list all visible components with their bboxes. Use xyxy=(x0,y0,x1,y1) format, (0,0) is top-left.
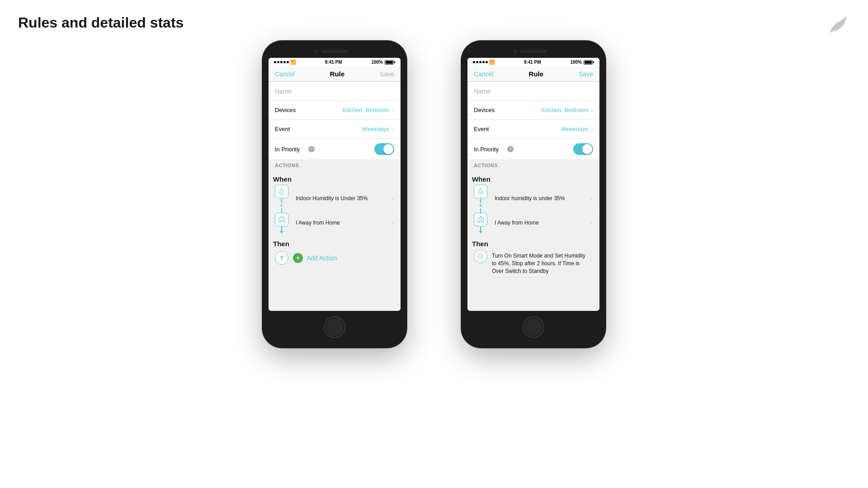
priority-help-2: ? xyxy=(507,146,514,152)
v-line-2c xyxy=(480,226,481,231)
phone-1-screen: 📶 9:41 PM 100% Cancel Rule Save xyxy=(269,58,401,311)
home-button-2[interactable] xyxy=(523,316,544,338)
condition-away-1: I Away from Home › xyxy=(273,213,396,234)
nav-bar-2: Cancel Rule Save xyxy=(467,66,599,82)
humidity-icon-1 xyxy=(275,185,288,198)
signal xyxy=(274,61,289,63)
humidity-chevron-1: › xyxy=(392,196,393,202)
event-chevron-1: › xyxy=(392,126,394,133)
event-row-1[interactable]: Event Weekdays › xyxy=(269,120,401,139)
cancel-button-1[interactable]: Cancel xyxy=(275,70,295,78)
wifi-icon-2: 📶 xyxy=(489,60,495,65)
toggle-knob-2 xyxy=(582,144,592,154)
condition-humidity-2: + Indoor humidity is under 35% › xyxy=(472,185,595,213)
priority-toggle-2[interactable] xyxy=(573,143,593,155)
status-time-2: 9:41 PM xyxy=(524,60,541,65)
name-placeholder-1: Name xyxy=(275,88,292,95)
humidity-condition-text-1: Indoor Humidity is Under 35% xyxy=(293,193,392,204)
camera-dot xyxy=(315,50,318,53)
priority-label-2: In Priority xyxy=(474,146,505,153)
devices-value-1: Kitchen, Bedroom xyxy=(307,107,389,113)
svg-point-1 xyxy=(281,193,282,194)
camera-dot-2 xyxy=(514,50,517,53)
phone-2-screen: 📶 9:41 PM 100% Cancel Rule Save xyxy=(467,58,599,311)
status-right-1: 100% xyxy=(371,60,395,65)
phone-2-bottom xyxy=(467,311,599,342)
wifi-icon: 📶 xyxy=(290,60,296,65)
phone-1-top-bar xyxy=(269,47,401,56)
away-chevron-1: › xyxy=(392,220,393,226)
add-action-area-1[interactable]: + Add Action xyxy=(290,249,340,267)
when-title-2: When xyxy=(472,173,595,185)
signal-2 xyxy=(473,61,488,63)
devices-label-1: Devices xyxy=(275,107,307,113)
then-action-text-2: Turn On Smart Mode and Set Humidity to 4… xyxy=(492,252,590,275)
devices-row-1[interactable]: Devices Kitchen, Bedroom › xyxy=(269,101,401,120)
save-button-1[interactable]: Save xyxy=(380,70,394,78)
home-button-1[interactable] xyxy=(324,316,345,338)
battery-pct-1: 100% xyxy=(371,60,383,65)
status-bar-1: 📶 9:41 PM 100% xyxy=(269,58,401,66)
house-icon-2 xyxy=(474,213,487,226)
away-chevron-2: › xyxy=(590,220,592,226)
cancel-button-2[interactable]: Cancel xyxy=(474,70,494,78)
devices-label-2: Devices xyxy=(474,107,505,113)
form-2: Name Devices Kitchen, Bedroom › Event We… xyxy=(467,82,599,160)
question-icon-col-1: ? xyxy=(273,251,290,265)
away-row-2[interactable]: I Away from Home › xyxy=(489,213,595,234)
svg-point-6 xyxy=(478,254,483,259)
svg-point-4 xyxy=(480,193,481,194)
nav-title-2: Rule xyxy=(529,70,544,78)
v-arrow-1 xyxy=(280,231,283,234)
priority-toggle-1[interactable] xyxy=(374,143,394,155)
v-line-2 xyxy=(281,208,282,213)
event-label-2: Event xyxy=(474,126,505,132)
event-chevron-2: › xyxy=(591,126,593,133)
actions-area-1: When xyxy=(269,171,401,268)
question-icon-1: ? xyxy=(275,251,288,265)
name-row-1[interactable]: Name xyxy=(269,82,401,101)
then-title-1: Then xyxy=(273,237,396,249)
house-icon-col-1 xyxy=(273,213,290,234)
nav-title-1: Rule xyxy=(330,70,345,78)
humidity-icon-col-1: + xyxy=(273,185,290,213)
speaker xyxy=(321,50,348,53)
then-title-2: Then xyxy=(472,237,595,249)
devices-row-2[interactable]: Devices Kitchen, Bedroom › xyxy=(467,101,599,120)
then-row-1: ? + Add Action xyxy=(273,249,396,267)
svg-point-2 xyxy=(282,192,283,192)
then-action-row-2: Turn On Smart Mode and Set Humidity to 4… xyxy=(472,249,595,278)
event-row-2[interactable]: Event Weekdays › xyxy=(467,120,599,139)
event-value-2: Weekdays xyxy=(505,126,588,132)
priority-row-1[interactable]: In Priority ? xyxy=(269,139,401,160)
battery-pct-2: 100% xyxy=(570,60,582,65)
speaker-2 xyxy=(520,50,547,53)
away-row-1[interactable]: I Away from Home › xyxy=(290,213,396,234)
add-action-btn-1[interactable]: + xyxy=(293,253,303,263)
battery-icon-2 xyxy=(584,60,594,65)
save-button-2[interactable]: Save xyxy=(579,70,593,78)
status-right-2: 100% xyxy=(570,60,594,65)
add-action-text-1[interactable]: Add Action xyxy=(307,254,337,262)
phone-2-top-bar xyxy=(467,47,599,56)
away-text-1: I Away from Home xyxy=(293,218,392,229)
form-1: Name Devices Kitchen, Bedroom › Event We… xyxy=(269,82,401,160)
phones-container: 📶 9:41 PM 100% Cancel Rule Save xyxy=(0,41,868,348)
humidity-text-2[interactable]: Indoor humidity is under 35% › xyxy=(489,185,595,213)
devices-value-2: Kitchen, Bedroom xyxy=(505,107,588,113)
away-text-2: I Away from Home xyxy=(492,218,590,229)
then-action-content-2[interactable]: Turn On Smart Mode and Set Humidity to 4… xyxy=(489,249,595,278)
priority-help-1: ? xyxy=(308,146,315,152)
condition-away-2: I Away from Home › xyxy=(472,213,595,234)
priority-row-2[interactable]: In Priority ? xyxy=(467,139,599,160)
name-row-2[interactable]: Name xyxy=(467,82,599,101)
svg-point-5 xyxy=(481,192,481,192)
nav-bar-1: Cancel Rule Save xyxy=(269,66,401,82)
status-bar-2: 📶 9:41 PM 100% xyxy=(467,58,599,66)
plus-icon-1: + xyxy=(296,254,300,262)
app-logo xyxy=(826,13,850,38)
house-icon-col-2 xyxy=(472,213,489,234)
humidity-text-1[interactable]: Indoor Humidity is Under 35% › xyxy=(290,185,396,213)
status-time-1: 9:41 PM xyxy=(325,60,342,65)
battery-icon-1 xyxy=(385,60,395,65)
